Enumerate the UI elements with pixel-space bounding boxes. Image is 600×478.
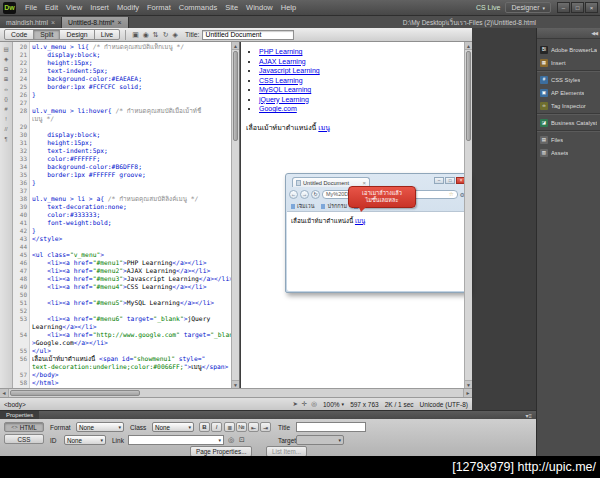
bold-button[interactable]: B [199,422,210,432]
scrollbar-thumb[interactable] [233,51,238,141]
select-parent-tag-icon[interactable]: ‹› [4,86,8,92]
scrollbar-thumb[interactable] [466,51,471,141]
italic-button[interactable]: I [211,422,222,432]
design-menu-link[interactable]: PHP Learning [259,48,302,55]
panel-css-styles-button[interactable]: #CSS Styles [537,73,600,86]
workspace-switcher[interactable]: Designer ▾ [505,2,551,13]
multiscreen-preview-icon[interactable]: ▣ [132,31,139,39]
ordered-list-button[interactable]: № [236,422,247,432]
highlight-invalid-icon[interactable]: ! [5,116,7,122]
browse-folder-icon[interactable]: ⊡ [239,436,245,444]
panel-files-button[interactable]: ▤Files [537,133,600,146]
restore-button[interactable]: □ [571,2,584,13]
design-menu-link[interactable]: CSS Learning [259,77,303,84]
menu-format[interactable]: Format [143,3,175,12]
tab-close-button[interactable]: × [118,19,122,26]
design-hover-text: เลื่อนเม้าท์มาตำแหน่งนี้ เมนู [246,122,330,133]
panel-label: Tag Inspector [551,103,586,109]
refresh-icon[interactable]: ↻ [163,31,169,39]
tag-selector-body[interactable]: <body> [4,401,26,408]
panel-business-catalyst-button[interactable]: ◪Business Catalyst [537,116,600,129]
scrollbar-thumb[interactable] [10,390,140,396]
scroll-left-arrow[interactable]: ◄ [0,389,9,397]
open-documents-icon[interactable]: ▤ [3,46,8,52]
menu-view[interactable]: View [62,3,86,12]
id-select[interactable]: None ▾ [64,435,106,445]
scroll-right-arrow[interactable]: ► [463,389,472,397]
collapse-to-icons-button[interactable]: ◀◀ [591,30,597,36]
unordered-list-button[interactable]: ≣ [224,422,235,432]
code-token: display:block; [32,51,100,58]
design-menu-link[interactable]: เมนู [318,124,330,131]
close-button[interactable]: × [585,2,598,13]
design-menu-link[interactable]: MySQL Learning [259,86,311,93]
balance-braces-icon[interactable]: {} [4,96,8,102]
horizontal-scrollbar[interactable]: ◄ ► [0,388,472,397]
menu-help[interactable]: Help [277,3,300,12]
design-vertical-scrollbar[interactable]: ▲ ▼ [464,42,472,388]
select-tool-icon[interactable]: ➤ [292,400,297,408]
panel-tag-inspector-button[interactable]: ‹›Tag Inspector [537,99,600,112]
panel-ap-elements-button[interactable]: ▣AP Elements [537,86,600,99]
line-numbers-icon[interactable]: # [4,106,7,112]
code-editor[interactable]: ul.v_menu > li{ /* กำหนดคุณสมบัติแท็กเมน… [30,42,231,388]
menu-modify[interactable]: Modify [113,3,143,12]
cs-live-button[interactable]: CS Live [476,4,501,11]
menu-insert[interactable]: Insert [86,3,113,12]
code-view-button[interactable]: Code [4,29,34,40]
visual-aids-icon[interactable]: ◈ [173,31,178,39]
window-size-value[interactable]: 597 x 763 [350,401,379,408]
indent-button[interactable]: ⇥ [260,422,271,432]
expand-all-icon[interactable]: ⊞ [4,76,9,82]
format-source-icon[interactable]: ¶ [5,136,8,142]
design-menu-link[interactable]: Google.com [259,105,297,112]
point-to-file-icon[interactable]: ◎ [228,436,234,444]
file-management-icon[interactable]: ⇅ [153,31,159,39]
outdent-button[interactable]: ⇤ [248,422,259,432]
menu-window[interactable]: Window [242,3,277,12]
scroll-down-arrow[interactable]: ▼ [232,380,239,388]
menu-file[interactable]: File [21,3,41,12]
title-field[interactable] [296,422,366,432]
preview-in-browser-icon[interactable]: ◉ [143,31,149,39]
class-select[interactable]: None ▾ [152,422,194,432]
panel-menu-icon[interactable]: ▾≡ [525,412,536,419]
scroll-up-arrow[interactable]: ▲ [232,42,239,50]
properties-html-button[interactable]: <> HTML [4,422,44,432]
tab-close-button[interactable]: × [51,19,55,26]
link-input[interactable]: ▾ [128,435,224,445]
format-select[interactable]: None ▾ [76,422,124,432]
document-tab[interactable]: maindish.html× [0,17,62,28]
zoom-tool-icon[interactable]: ◎ [311,400,317,408]
code-vertical-scrollbar[interactable]: ▲ ▼ [231,42,239,388]
zoom-control[interactable]: 100% ▾ [323,401,344,408]
design-menu-link[interactable]: AJAX Learning [259,58,306,65]
code-token: </a></li> [176,267,210,274]
properties-panel-tab[interactable]: Properties [0,411,39,419]
apply-comment-icon[interactable]: // [4,126,7,132]
menu-site[interactable]: Site [221,3,242,12]
panel-insert-button[interactable]: ▦Insert [537,56,600,69]
code-view-pane: ▤◈⊟⊞‹›{}#!//¶ 20212223242526272829303132… [0,42,240,388]
document-title-input[interactable] [202,30,294,40]
panel-assets-button[interactable]: ▥Assets [537,146,600,159]
properties-css-button[interactable]: CSS [4,434,44,444]
design-view-pane[interactable]: PHP LearningAJAX LearningJavascript Lear… [241,42,472,388]
code-token: border:1px #FFFFFF groove; [32,171,146,178]
collapse-full-tag-icon[interactable]: ⊟ [4,66,9,72]
menu-edit[interactable]: Edit [41,3,62,12]
minimize-button[interactable]: – [557,2,570,13]
scroll-down-arrow[interactable]: ▼ [465,380,472,388]
hand-tool-icon[interactable]: ✛ [302,400,307,408]
code-navigator-icon[interactable]: ◈ [4,56,8,62]
design-menu-link[interactable]: jQuery Learning [259,96,309,103]
document-tab[interactable]: Untitled-8.html*× [62,17,129,28]
design-view-button[interactable]: Design [59,29,94,40]
menu-commands[interactable]: Commands [175,3,221,12]
design-menu-link[interactable]: Javascript Learning [259,67,320,74]
live-view-button[interactable]: Live [94,29,120,40]
line-number: 57 [13,371,29,379]
scroll-up-arrow[interactable]: ▲ [465,42,472,50]
panel-browserlab-button[interactable]: BlAdobe BrowserLab [537,43,600,56]
split-view-button[interactable]: Split [33,29,60,40]
